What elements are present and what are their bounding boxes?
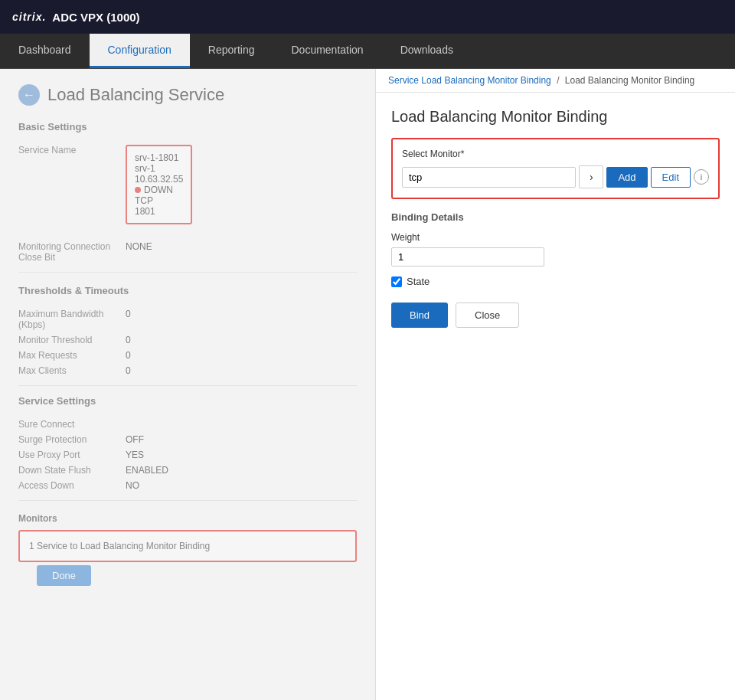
weight-input[interactable] (391, 247, 544, 267)
nav-reporting[interactable]: Reporting (190, 34, 273, 68)
breadcrumb-current: Load Balancing Monitor Binding (565, 75, 694, 86)
service-settings-section: Service Settings Sure Connect Surge Prot… (18, 395, 357, 491)
nav-configuration[interactable]: Configuration (90, 34, 190, 68)
citrix-wordmark: citrix. (12, 11, 46, 23)
binding-details-section: Binding Details Weight State Bind Close (391, 211, 720, 328)
select-monitor-input-row: › Add Edit i (402, 165, 709, 188)
close-button[interactable]: Close (456, 303, 519, 328)
server-state-value: DOWN (135, 185, 183, 195)
breadcrumb-link[interactable]: Service Load Balancing Monitor Binding (388, 75, 551, 86)
bind-button[interactable]: Bind (391, 303, 448, 328)
down-state-flush-row: Down State Flush ENABLED (18, 465, 357, 476)
select-monitor-label: Select Monitor* (402, 149, 709, 159)
monitor-input[interactable] (402, 167, 576, 188)
app-logo: citrix. ADC VPX (1000) (12, 11, 140, 24)
monitor-arrow-button[interactable]: › (579, 165, 603, 188)
field-service-name: Service Name srv-1-1801 srv-1 10.63.32.5… (18, 145, 357, 237)
nav-downloads[interactable]: Downloads (382, 34, 472, 68)
surge-protection-row: Surge Protection OFF (18, 434, 357, 445)
nav-documentation[interactable]: Documentation (273, 34, 381, 68)
done-button[interactable]: Done (37, 565, 91, 586)
app-title: ADC VPX (1000) (52, 11, 139, 24)
state-row: State (391, 276, 720, 287)
max-bandwidth-row: Maximum Bandwidth (Kbps) 0 (18, 309, 357, 330)
dialog-content: Load Balancing Monitor Binding Select Mo… (376, 93, 735, 700)
monitors-section: Monitors 1 Service to Load Balancing Mon… (18, 513, 357, 562)
page-header: ← Load Balancing Service (18, 84, 357, 106)
thresholds-header: Thresholds & Timeouts (18, 285, 357, 299)
add-monitor-button[interactable]: Add (606, 167, 647, 188)
top-bar: citrix. ADC VPX (1000) (0, 0, 735, 34)
max-requests-row: Max Requests 0 (18, 350, 357, 361)
service-settings-header: Service Settings (18, 395, 357, 410)
sure-connect-row: Sure Connect (18, 419, 357, 430)
service-name-value: srv-1-1801 (135, 152, 183, 163)
access-down-row: Access Down NO (18, 480, 357, 491)
server-name-value: srv-1 (135, 163, 183, 174)
monitoring-value: NONE (126, 241, 152, 263)
action-buttons: Bind Close (391, 303, 720, 328)
binding-details-title: Binding Details (391, 211, 720, 223)
dialog-title: Load Balancing Monitor Binding (391, 108, 720, 126)
use-proxy-row: Use Proxy Port YES (18, 450, 357, 460)
monitors-binding-label: 1 Service to Load Balancing Monitor Bind… (29, 541, 210, 551)
state-label: State (407, 276, 430, 287)
monitors-binding-box[interactable]: 1 Service to Load Balancing Monitor Bind… (18, 530, 357, 562)
edit-monitor-button[interactable]: Edit (651, 167, 691, 188)
weight-label: Weight (391, 232, 720, 243)
basic-settings-header: Basic Settings (18, 121, 357, 136)
max-clients-row: Max Clients 0 (18, 365, 357, 376)
ip-value: 10.63.32.55 (135, 174, 183, 185)
info-icon[interactable]: i (694, 169, 709, 185)
right-panel: Service Load Balancing Monitor Binding /… (375, 69, 735, 700)
nav-dashboard[interactable]: Dashboard (0, 34, 90, 68)
protocol-value: TCP (135, 195, 183, 206)
select-monitor-group: Select Monitor* › Add Edit i (391, 138, 720, 199)
monitor-threshold-row: Monitor Threshold 0 (18, 335, 357, 345)
monitors-section-title: Monitors (18, 513, 357, 524)
back-button[interactable]: ← (18, 84, 40, 106)
breadcrumb: Service Load Balancing Monitor Binding /… (376, 69, 735, 93)
thresholds-section: Thresholds & Timeouts Maximum Bandwidth … (18, 285, 357, 376)
breadcrumb-separator: / (557, 75, 559, 86)
nav-bar: Dashboard Configuration Reporting Docume… (0, 34, 735, 69)
monitoring-label: Monitoring Connection Close Bit (18, 241, 126, 263)
port-value: 1801 (135, 206, 183, 217)
state-checkbox[interactable] (391, 276, 402, 287)
page-title: Load Balancing Service (47, 85, 224, 105)
left-panel: ← Load Balancing Service Basic Settings … (0, 69, 375, 700)
main-content: ← Load Balancing Service Basic Settings … (0, 69, 735, 700)
status-dot (135, 187, 141, 193)
